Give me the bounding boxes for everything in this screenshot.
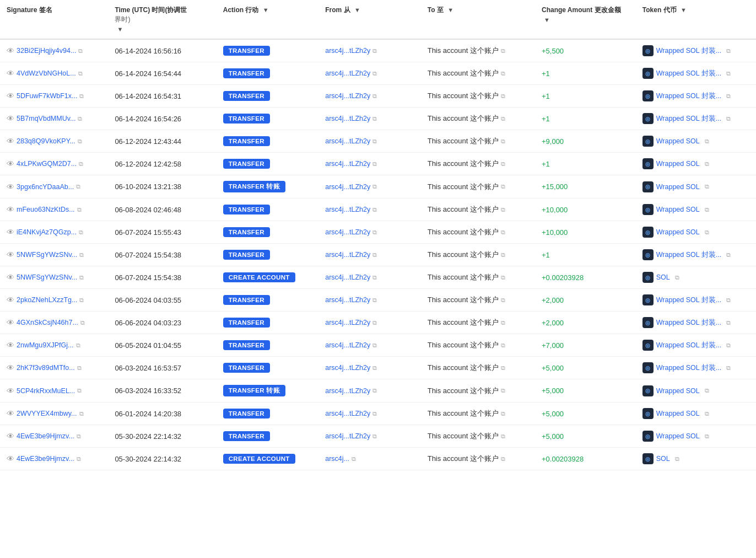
signature-link[interactable]: 32Bi2EjHqjiy4v94... bbox=[17, 47, 76, 55]
from-copy-icon[interactable]: ⧉ bbox=[372, 115, 377, 122]
token-link[interactable]: SOL bbox=[656, 273, 670, 281]
from-address-link[interactable]: arsc4j...tLZh2y bbox=[325, 183, 370, 191]
copy-icon[interactable]: ⧉ bbox=[79, 410, 84, 417]
token-link[interactable]: Wrapped SOL 封装... bbox=[656, 341, 721, 350]
to-copy-icon[interactable]: ⧉ bbox=[501, 70, 505, 77]
copy-icon[interactable]: ⧉ bbox=[77, 364, 82, 372]
from-copy-icon[interactable]: ⧉ bbox=[372, 410, 377, 417]
from-copy-icon[interactable]: ⧉ bbox=[372, 229, 377, 236]
from-address-link[interactable]: arsc4j...tLZh2y bbox=[325, 115, 370, 122]
from-copy-icon[interactable]: ⧉ bbox=[372, 206, 377, 213]
token-copy-icon[interactable]: ⧉ bbox=[705, 206, 709, 213]
eye-icon[interactable]: 👁 bbox=[7, 363, 14, 372]
copy-icon[interactable]: ⧉ bbox=[80, 319, 85, 326]
token-copy-icon[interactable]: ⧉ bbox=[705, 433, 709, 440]
eye-icon[interactable]: 👁 bbox=[7, 159, 14, 168]
action-filter-icon[interactable]: ▼ bbox=[263, 7, 269, 13]
signature-link[interactable]: 5B7mqVbdMMUv... bbox=[17, 115, 75, 122]
eye-icon[interactable]: 👁 bbox=[7, 137, 14, 146]
token-link[interactable]: Wrapped SOL 封装... bbox=[656, 46, 721, 56]
from-copy-icon[interactable]: ⧉ bbox=[372, 319, 377, 326]
from-copy-icon[interactable]: ⧉ bbox=[372, 93, 377, 100]
token-copy-icon[interactable]: ⧉ bbox=[726, 251, 731, 259]
token-link[interactable]: Wrapped SOL 封装... bbox=[656, 250, 721, 260]
token-copy-icon[interactable]: ⧉ bbox=[675, 455, 679, 463]
from-copy-icon[interactable]: ⧉ bbox=[372, 433, 377, 440]
signature-link[interactable]: 4VdWzVbNGHoL... bbox=[17, 69, 76, 77]
from-copy-icon[interactable]: ⧉ bbox=[372, 138, 377, 145]
token-copy-icon[interactable]: ⧉ bbox=[705, 183, 709, 190]
eye-icon[interactable]: 👁 bbox=[7, 273, 14, 282]
to-copy-icon[interactable]: ⧉ bbox=[501, 319, 505, 326]
signature-link[interactable]: 5DFuwF7kWbF1x... bbox=[17, 92, 77, 100]
from-address-link[interactable]: arsc4j...tLZh2y bbox=[325, 432, 370, 440]
from-address-link[interactable]: arsc4j...tLZh2y bbox=[325, 387, 370, 395]
copy-icon[interactable]: ⧉ bbox=[79, 93, 84, 100]
token-link[interactable]: SOL bbox=[656, 455, 670, 463]
from-address-link[interactable]: arsc4j...tLZh2y bbox=[325, 273, 370, 281]
token-copy-icon[interactable]: ⧉ bbox=[705, 138, 709, 145]
token-copy-icon[interactable]: ⧉ bbox=[726, 319, 731, 326]
to-copy-icon[interactable]: ⧉ bbox=[501, 47, 505, 55]
eye-icon[interactable]: 👁 bbox=[7, 114, 14, 123]
token-copy-icon[interactable]: ⧉ bbox=[726, 342, 731, 349]
copy-icon[interactable]: ⧉ bbox=[78, 47, 83, 55]
token-link[interactable]: Wrapped SOL bbox=[656, 183, 700, 191]
signature-link[interactable]: 3pgx6ncYDaaAb... bbox=[17, 183, 74, 191]
eye-icon[interactable]: 👁 bbox=[7, 250, 14, 259]
from-filter-icon[interactable]: ▼ bbox=[354, 7, 360, 13]
signature-link[interactable]: iE4NKvjAz7QGzp... bbox=[17, 228, 77, 236]
eye-icon[interactable]: 👁 bbox=[7, 341, 14, 350]
from-address-link[interactable]: arsc4j...tLZh2y bbox=[325, 364, 370, 372]
to-copy-icon[interactable]: ⧉ bbox=[501, 342, 505, 349]
to-copy-icon[interactable]: ⧉ bbox=[501, 138, 505, 145]
token-copy-icon[interactable]: ⧉ bbox=[726, 93, 731, 100]
to-filter-icon[interactable]: ▼ bbox=[447, 7, 453, 13]
eye-icon[interactable]: 👁 bbox=[7, 205, 14, 214]
signature-link[interactable]: 283q8Q9VkoKPY... bbox=[17, 137, 75, 145]
from-address-link[interactable]: arsc4j...tLZh2y bbox=[325, 92, 370, 100]
from-copy-icon[interactable]: ⧉ bbox=[372, 47, 377, 55]
eye-icon[interactable]: 👁 bbox=[7, 409, 14, 418]
copy-icon[interactable]: ⧉ bbox=[79, 297, 84, 304]
signature-link[interactable]: 2nwMgu9XJPfGj... bbox=[17, 341, 74, 349]
to-copy-icon[interactable]: ⧉ bbox=[501, 364, 505, 372]
token-copy-icon[interactable]: ⧉ bbox=[726, 115, 731, 122]
signature-link[interactable]: mFeuo63NzKtDs... bbox=[17, 206, 75, 213]
token-link[interactable]: Wrapped SOL 封装... bbox=[656, 296, 721, 305]
eye-icon[interactable]: 👁 bbox=[7, 46, 14, 55]
eye-icon[interactable]: 👁 bbox=[7, 183, 14, 191]
token-link[interactable]: Wrapped SOL 封装... bbox=[656, 318, 721, 328]
from-address-link[interactable]: arsc4j...tLZh2y bbox=[325, 228, 370, 236]
token-link[interactable]: Wrapped SOL 封装... bbox=[656, 363, 721, 373]
token-copy-icon[interactable]: ⧉ bbox=[726, 47, 731, 55]
from-address-link[interactable]: arsc4j...tLZh2y bbox=[325, 160, 370, 168]
token-copy-icon[interactable]: ⧉ bbox=[705, 160, 709, 168]
token-link[interactable]: Wrapped SOL 封装... bbox=[656, 114, 721, 124]
to-copy-icon[interactable]: ⧉ bbox=[501, 297, 505, 304]
token-link[interactable]: Wrapped SOL bbox=[656, 160, 700, 168]
from-copy-icon[interactable]: ⧉ bbox=[352, 455, 356, 463]
to-copy-icon[interactable]: ⧉ bbox=[501, 455, 505, 463]
copy-icon[interactable]: ⧉ bbox=[77, 206, 82, 213]
token-copy-icon[interactable]: ⧉ bbox=[726, 297, 731, 304]
eye-icon[interactable]: 👁 bbox=[7, 69, 14, 78]
signature-link[interactable]: 5CP4rkRxxMuEL... bbox=[17, 387, 75, 395]
token-link[interactable]: Wrapped SOL bbox=[656, 387, 700, 395]
eye-icon[interactable]: 👁 bbox=[7, 228, 14, 237]
eye-icon[interactable]: 👁 bbox=[7, 92, 14, 100]
from-copy-icon[interactable]: ⧉ bbox=[372, 364, 377, 372]
copy-icon[interactable]: ⧉ bbox=[78, 115, 82, 122]
from-copy-icon[interactable]: ⧉ bbox=[372, 342, 377, 349]
token-filter-icon[interactable]: ▼ bbox=[681, 7, 687, 13]
from-copy-icon[interactable]: ⧉ bbox=[372, 274, 377, 281]
to-copy-icon[interactable]: ⧉ bbox=[501, 160, 505, 168]
copy-icon[interactable]: ⧉ bbox=[76, 183, 80, 190]
eye-icon[interactable]: 👁 bbox=[7, 387, 14, 395]
token-link[interactable]: Wrapped SOL bbox=[656, 410, 700, 417]
token-link[interactable]: Wrapped SOL bbox=[656, 137, 700, 145]
from-address-link[interactable]: arsc4j...tLZh2y bbox=[325, 206, 370, 213]
from-address-link[interactable]: arsc4j...tLZh2y bbox=[325, 47, 370, 55]
token-link[interactable]: Wrapped SOL bbox=[656, 432, 700, 440]
from-copy-icon[interactable]: ⧉ bbox=[372, 387, 377, 394]
